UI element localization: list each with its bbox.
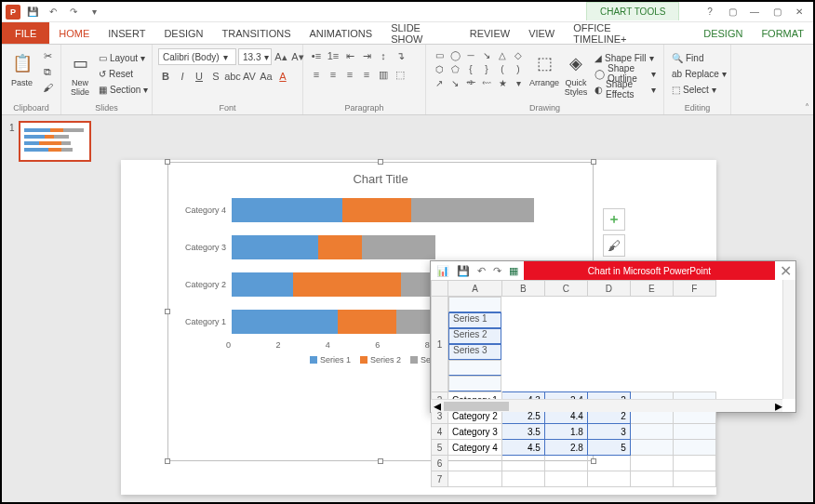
reset-button[interactable]: ↺ Reset — [97, 66, 150, 81]
find-button[interactable]: 🔍 Find — [670, 50, 728, 65]
sheet-hscrollbar[interactable]: ◂▸ — [431, 399, 782, 412]
grow-font-icon[interactable]: A▴ — [274, 49, 288, 64]
tab-review[interactable]: REVIEW — [461, 22, 519, 44]
strike-icon[interactable]: S — [208, 69, 223, 84]
paste-button[interactable]: 📋 Paste — [7, 48, 36, 87]
shapes-gallery[interactable]: ▭◯─↘△◇ ⬡⬠{}() ↗↘⬲⬳★▾ — [432, 48, 526, 89]
chart-bar-segment[interactable] — [232, 272, 293, 297]
line-spacing-icon[interactable]: ↕ — [376, 48, 391, 63]
bullets-icon[interactable]: •≡ — [309, 48, 324, 63]
tab-file[interactable]: FILE — [2, 22, 49, 44]
resize-handle[interactable] — [378, 159, 383, 165]
maximize-icon[interactable]: ▢ — [768, 5, 785, 20]
chart-bar[interactable] — [232, 198, 576, 222]
ribbon-options-icon[interactable]: ▢ — [724, 5, 741, 20]
sheet-close-icon[interactable]: ✕ — [775, 261, 795, 280]
chart-bar-segment[interactable] — [293, 272, 401, 297]
resize-handle[interactable] — [165, 458, 170, 464]
close-icon[interactable]: ✕ — [791, 5, 808, 20]
underline-icon[interactable]: U — [192, 69, 207, 84]
collapse-ribbon-icon[interactable]: ˄ — [805, 102, 809, 113]
chart-data-sheet[interactable]: 📊 💾 ↶ ↷ ▦ Chart in Microsoft PowerPoint … — [430, 260, 796, 413]
chart-title[interactable]: Chart Title — [168, 163, 593, 192]
section-button[interactable]: ▦ Section ▾ — [97, 82, 150, 97]
spacing-icon[interactable]: AV — [242, 69, 257, 84]
tab-transitions[interactable]: TRANSITIONS — [213, 22, 301, 44]
sheet-vscrollbar[interactable] — [782, 280, 795, 399]
select-button[interactable]: ⬚ Select ▾ — [670, 82, 728, 97]
chart-bar-segment[interactable] — [232, 198, 342, 222]
minimize-icon[interactable]: — — [746, 5, 763, 20]
sheet-undo-icon[interactable]: ↶ — [477, 265, 486, 277]
tab-design[interactable]: DESIGN — [154, 22, 212, 44]
new-slide-icon: ▭ — [67, 50, 93, 76]
italic-icon[interactable]: I — [175, 69, 190, 84]
new-slide-label: New Slide — [71, 78, 89, 97]
new-slide-button[interactable]: ▭ New Slide — [67, 48, 93, 97]
resize-handle[interactable] — [165, 309, 170, 314]
text-direction-icon[interactable]: ↴ — [393, 48, 408, 63]
cut-icon[interactable]: ✂ — [40, 48, 55, 63]
tab-view[interactable]: VIEW — [519, 22, 564, 44]
qat-more-icon[interactable]: ▾ — [86, 5, 102, 20]
chart-bar-segment[interactable] — [342, 198, 411, 222]
axis-tick: 8 — [425, 340, 430, 350]
copy-icon[interactable]: ⧉ — [40, 64, 55, 79]
data-grid[interactable]: ABCDEF1Series 1Series 2Series 32Category… — [431, 280, 716, 487]
resize-handle[interactable] — [378, 458, 383, 464]
sheet-chart-icon[interactable]: 📊 — [436, 265, 449, 277]
format-painter-icon[interactable]: 🖌 — [40, 80, 55, 95]
align-center-icon[interactable]: ≡ — [326, 67, 341, 82]
shape-effects-button[interactable]: ◐ Shape Effects ▾ — [593, 82, 658, 97]
replace-button[interactable]: ab Replace ▾ — [670, 66, 728, 81]
chart-add-element-button[interactable]: ＋ — [603, 208, 625, 231]
chart-bar[interactable] — [232, 235, 576, 259]
sheet-excel-icon[interactable]: ▦ — [509, 265, 518, 277]
tab-chart-design[interactable]: DESIGN — [694, 22, 752, 44]
chart-bar-segment[interactable] — [232, 310, 338, 334]
undo-icon[interactable]: ↶ — [45, 5, 61, 20]
tab-animations[interactable]: ANIMATIONS — [301, 22, 382, 44]
arrange-button[interactable]: ⬚ Arrange — [529, 48, 559, 87]
help-icon[interactable]: ? — [701, 5, 718, 20]
shadow-icon[interactable]: abc — [225, 69, 240, 84]
tab-chart-format[interactable]: FORMAT — [752, 22, 813, 44]
chart-styles-button[interactable]: 🖌 — [603, 234, 625, 257]
legend-item[interactable]: Series 1 — [310, 355, 351, 365]
resize-handle[interactable] — [165, 159, 170, 165]
save-icon[interactable]: 💾 — [24, 5, 41, 20]
tab-home[interactable]: HOME — [49, 22, 99, 44]
font-name-combo[interactable]: Calibri (Body)▾ — [158, 48, 236, 65]
justify-icon[interactable]: ≡ — [359, 67, 374, 82]
tab-insert[interactable]: INSERT — [99, 22, 154, 44]
tab-slideshow[interactable]: SLIDE SHOW — [381, 22, 461, 44]
chart-bar-segment[interactable] — [232, 235, 318, 259]
font-size-combo[interactable]: 13.3▾ — [238, 48, 272, 65]
sheet-redo-icon[interactable]: ↷ — [493, 265, 501, 277]
chart-bar-segment[interactable] — [411, 198, 534, 222]
numbering-icon[interactable]: 1≡ — [326, 48, 341, 63]
thumb-number: 1 — [9, 123, 15, 133]
columns-icon[interactable]: ▥ — [376, 67, 391, 82]
resize-handle[interactable] — [591, 159, 596, 165]
chart-bar-segment[interactable] — [318, 235, 363, 259]
quick-styles-button[interactable]: ◈ Quick Styles — [563, 48, 589, 97]
slide-thumbnail-1[interactable]: 1 — [19, 121, 91, 162]
case-icon[interactable]: Aa — [259, 69, 274, 84]
sheet-save-icon[interactable]: 💾 — [457, 265, 470, 277]
align-left-icon[interactable]: ≡ — [309, 67, 324, 82]
align-right-icon[interactable]: ≡ — [342, 67, 357, 82]
redo-icon[interactable]: ↷ — [65, 5, 82, 20]
decrease-indent-icon[interactable]: ⇤ — [342, 48, 357, 63]
layout-button[interactable]: ▭ Layout ▾ — [97, 50, 150, 65]
tab-office-timeline[interactable]: OFFICE TIMELINE+ — [564, 22, 670, 44]
legend-item[interactable]: Series 2 — [360, 355, 401, 365]
chart-bar-segment[interactable] — [362, 235, 435, 259]
slide-canvas[interactable]: Chart Title Category 4Category 3Category… — [102, 115, 813, 502]
group-font-label: Font — [158, 101, 297, 114]
smartart-icon[interactable]: ⬚ — [393, 67, 408, 82]
increase-indent-icon[interactable]: ⇥ — [359, 48, 374, 63]
chart-bar-segment[interactable] — [338, 310, 396, 334]
font-color-icon[interactable]: A — [275, 69, 290, 84]
bold-icon[interactable]: B — [158, 69, 173, 84]
